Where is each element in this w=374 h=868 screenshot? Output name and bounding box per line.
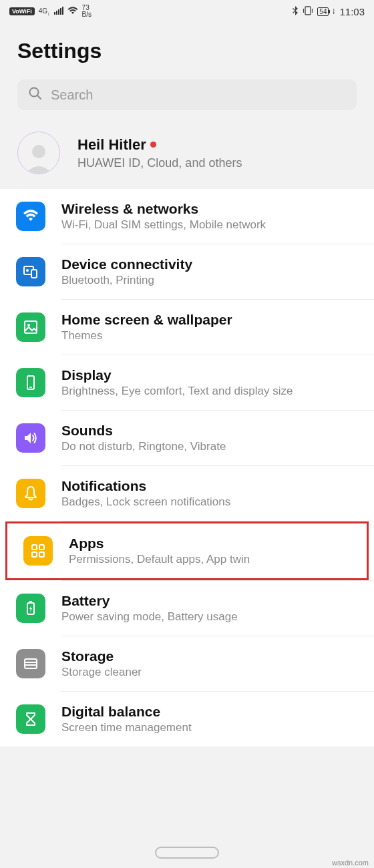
setting-title: Battery [61,593,363,609]
page-header: Settings [0,20,374,79]
svg-rect-20 [32,552,37,557]
svg-rect-4 [62,7,63,15]
status-bar: VoWiFi 4G↕ 73B/s 54 ⁞ 11:03 [0,0,374,20]
setting-item-home-screen-wallpaper[interactable]: Home screen & wallpaperThemes [0,300,374,355]
wifi-status-icon [67,7,78,17]
setting-body: Home screen & wallpaperThemes [61,312,374,343]
nav-pill[interactable] [155,847,219,859]
setting-subtitle: Screen time management [61,721,363,734]
search-placeholder: Search [51,87,93,103]
setting-body: BatteryPower saving mode, Battery usage [61,593,374,624]
setting-body: Wireless & networksWi-Fi, Dual SIM setti… [61,201,374,232]
vowifi-badge: VoWiFi [9,7,35,15]
setting-title: Home screen & wallpaper [61,312,363,328]
svg-rect-2 [58,9,59,15]
notification-dot-icon [150,142,156,148]
item-wrapper: DisplayBrightness, Eye comfort, Text and… [0,355,374,410]
item-wrapper: Home screen & wallpaperThemes [0,300,374,355]
search-icon [28,86,43,103]
setting-subtitle: Do not disturb, Ringtone, Vibrate [61,440,363,453]
display-icon [16,368,45,397]
account-subtitle: HUAWEI ID, Cloud, and others [77,156,242,170]
svg-rect-19 [39,545,44,550]
battery-indicator: 54 [317,7,329,16]
svg-line-9 [37,95,41,99]
setting-body: SoundsDo not disturb, Ringtone, Vibrate [61,423,374,453]
svg-rect-14 [25,321,37,333]
svg-point-10 [32,145,45,158]
svg-rect-5 [305,7,311,15]
page-title: Settings [17,39,357,63]
highlighted-item: AppsPermissions, Default apps, App twin [5,521,369,580]
avatar [17,132,60,174]
setting-body: Digital balanceScreen time management [61,704,374,734]
item-wrapper: Device connectivityBluetooth, Printing [0,244,374,299]
account-text: Heil Hitler HUAWEI ID, Cloud, and others [77,136,242,170]
notifications-icon [16,479,45,508]
status-left: VoWiFi 4G↕ 73B/s [9,5,91,18]
setting-item-apps[interactable]: AppsPermissions, Default apps, App twin [7,523,367,578]
setting-subtitle: Bluetooth, Printing [61,274,363,287]
svg-rect-23 [29,601,32,603]
setting-subtitle: Storage cleaner [61,666,363,679]
setting-body: DisplayBrightness, Eye comfort, Text and… [61,367,374,398]
svg-point-15 [27,324,30,327]
digital-balance-icon [16,704,45,734]
apps-icon [23,536,53,566]
svg-rect-3 [60,8,61,15]
signal-4g-icon: 4G↕ [39,7,50,16]
setting-body: Device connectivityBluetooth, Printing [61,256,374,287]
setting-subtitle: Permissions, Default apps, App twin [69,553,356,566]
watermark: wsxdn.com [332,859,369,867]
account-row[interactable]: Heil Hitler HUAWEI ID, Cloud, and others [0,120,374,189]
setting-item-battery[interactable]: BatteryPower saving mode, Battery usage [0,581,374,636]
svg-point-13 [26,269,29,272]
setting-subtitle: Themes [61,329,363,343]
setting-body: StorageStorage cleaner [61,648,374,679]
setting-title: Display [61,367,363,383]
svg-rect-1 [56,11,57,15]
battery-icon [16,594,45,623]
setting-body: AppsPermissions, Default apps, App twin [69,535,367,566]
setting-item-digital-balance[interactable]: Digital balanceScreen time management [0,692,374,746]
setting-subtitle: Badges, Lock screen notifications [61,495,363,509]
svg-rect-12 [31,270,37,278]
item-wrapper: SoundsDo not disturb, Ringtone, Vibrate [0,411,374,465]
search-input[interactable]: Search [17,79,357,110]
setting-title: Storage [61,648,363,664]
setting-title: Sounds [61,423,363,439]
storage-icon [16,649,45,678]
setting-item-wireless-networks[interactable]: Wireless & networksWi-Fi, Dual SIM setti… [0,189,374,244]
item-wrapper: BatteryPower saving mode, Battery usage [0,581,374,636]
setting-body: NotificationsBadges, Lock screen notific… [61,478,374,509]
wifi-icon [16,202,45,231]
svg-rect-21 [39,552,44,557]
account-name: Heil Hitler [77,136,146,154]
setting-item-display[interactable]: DisplayBrightness, Eye comfort, Text and… [0,355,374,410]
signal-bars-icon [54,7,63,17]
clock: 11:03 [339,6,365,17]
setting-item-device-connectivity[interactable]: Device connectivityBluetooth, Printing [0,244,374,299]
setting-item-sounds[interactable]: SoundsDo not disturb, Ringtone, Vibrate [0,411,374,465]
setting-title: Digital balance [61,704,363,720]
svg-rect-18 [32,545,37,550]
wallpaper-icon [16,312,45,342]
sounds-icon [16,423,45,453]
item-wrapper: StorageStorage cleaner [0,636,374,691]
setting-subtitle: Brightness, Eye comfort, Text and displa… [61,385,363,398]
svg-rect-24 [25,659,37,668]
item-wrapper: Digital balanceScreen time management [0,692,374,746]
setting-title: Apps [69,535,356,552]
setting-title: Device connectivity [61,256,363,272]
bluetooth-icon [292,6,299,17]
vibrate-icon [303,6,313,17]
setting-title: Notifications [61,478,363,494]
setting-item-notifications[interactable]: NotificationsBadges, Lock screen notific… [0,466,374,521]
battery-bracket-icon: ⁞ [333,7,335,16]
svg-rect-0 [54,12,55,15]
setting-item-storage[interactable]: StorageStorage cleaner [0,636,374,691]
item-wrapper: NotificationsBadges, Lock screen notific… [0,466,374,521]
status-right: 54 ⁞ 11:03 [292,6,365,17]
setting-subtitle: Power saving mode, Battery usage [61,610,363,624]
device-connectivity-icon [16,257,45,286]
